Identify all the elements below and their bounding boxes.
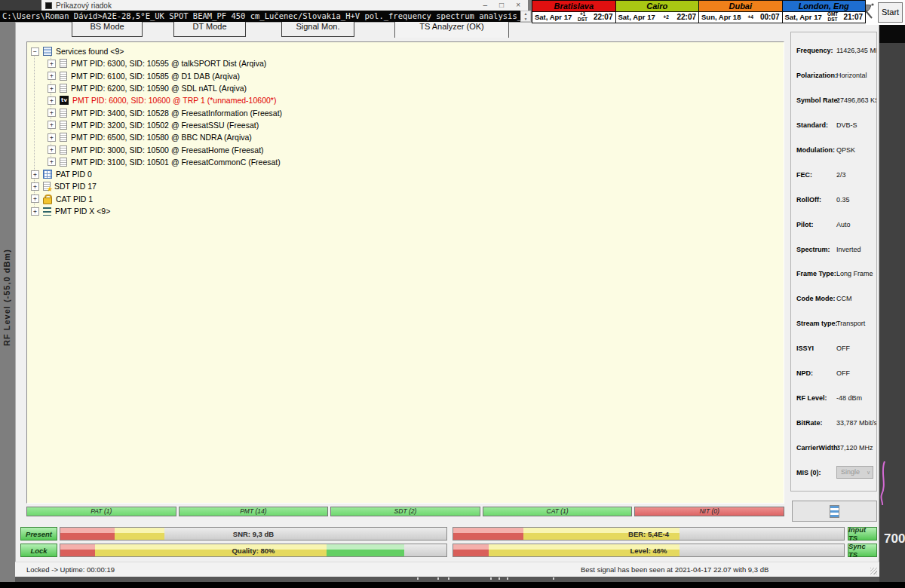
axis-tick-fragment	[437, 577, 439, 580]
param-label: Spectrum:	[796, 246, 836, 253]
param-value: OFF	[836, 369, 850, 377]
param-row: Standard:DVB-S	[796, 113, 876, 138]
tree-service-item[interactable]: +PMT PID: 3400, SID: 10528 @ FreesatInfo…	[27, 106, 784, 118]
param-value: 2/3	[836, 171, 846, 179]
param-value: QPSK	[836, 146, 855, 154]
tree-table-item[interactable]: +PAT PID 0	[27, 168, 784, 180]
expand-box-icon[interactable]: +	[31, 170, 39, 179]
param-row: ISSYIOFF	[796, 336, 876, 361]
tree-service-item[interactable]: +PMT PID: 6500, SID: 10580 @ BBC NDRA (A…	[27, 131, 784, 143]
collapse-box-icon[interactable]: −	[31, 47, 39, 56]
tree-service-item[interactable]: +PMT PID: 3100, SID: 10501 @ FreesatComm…	[27, 156, 784, 168]
mis-select[interactable]: Single∨	[836, 466, 873, 479]
param-label: FEC:	[796, 171, 836, 179]
param-value: Auto	[836, 221, 851, 228]
scroll-up-icon[interactable]: ▲	[524, 11, 528, 16]
expand-box-icon[interactable]: +	[48, 96, 56, 105]
input-ts-indicator[interactable]: Input TS	[848, 527, 877, 541]
pmt-icon	[60, 109, 67, 118]
expand-box-icon[interactable]: +	[48, 158, 56, 166]
tree-table-item[interactable]: +CAT PID 1	[27, 193, 784, 205]
clock-city: Dubai	[699, 1, 782, 12]
clock-time: 22:07	[594, 13, 613, 21]
expand-box-icon[interactable]: +	[31, 182, 39, 191]
tree-table-item[interactable]: +★SDT PID 17	[27, 180, 784, 192]
background-bottom-strip	[15, 577, 879, 582]
sync-ts-indicator[interactable]: Sync TS	[848, 544, 877, 557]
command-prompt-icon	[45, 2, 52, 9]
present-indicator[interactable]: Present	[20, 527, 57, 541]
expand-box-icon[interactable]: +	[48, 72, 56, 80]
param-row: BitRate:33,787 Mbit/s	[796, 410, 876, 435]
expand-box-icon[interactable]: +	[48, 60, 56, 68]
param-row: Pilot:Auto	[796, 212, 876, 237]
param-label: ISSYI	[796, 345, 836, 352]
param-value: CCM	[836, 295, 852, 302]
axis-tick-fragment	[507, 577, 508, 580]
tree-table-item[interactable]: +PMT PID X <9>	[27, 205, 784, 217]
tree-service-item[interactable]: +tvPMT PID: 6000, SID: 10600 @ TRP 1 (*u…	[27, 94, 784, 106]
expand-box-icon[interactable]: +	[48, 121, 56, 129]
meter-label: Quality: 80%	[60, 544, 446, 556]
clock-strip: Bratislava Sat, Apr 17 +1 DST 22:07 Cair…	[532, 0, 866, 23]
close-button[interactable]: ×	[516, 0, 520, 11]
param-row: Polarization:Horizontal	[796, 63, 876, 88]
param-label: Pilot:	[796, 221, 836, 228]
param-value: -48 dBm	[836, 394, 862, 402]
table-status-nit: NIT (0)	[634, 507, 784, 516]
param-value: 11426,345 MHz	[836, 47, 877, 54]
param-row: RF Level:-48 dBm	[796, 385, 876, 410]
param-row: Spectrum:Inverted	[796, 237, 876, 262]
console-titlebar: Príkazový riadok – □ ×	[41, 0, 528, 11]
meter-label: BER: 5,4E-4	[453, 528, 844, 540]
spectrum-trace-fragment	[879, 461, 888, 505]
expand-box-icon[interactable]: +	[31, 194, 39, 203]
queue-button[interactable]	[792, 501, 877, 522]
tree-service-item[interactable]: +PMT PID: 6100, SID: 10585 @ D1 DAB (Arq…	[27, 70, 784, 82]
clock-zone: DST	[578, 17, 587, 23]
param-value: Horizontal	[836, 72, 867, 79]
clock-city: Bratislava	[532, 1, 615, 12]
expand-box-icon[interactable]: +	[48, 84, 56, 93]
minimize-button[interactable]: –	[483, 0, 488, 11]
tree-service-item[interactable]: +PMT PID: 6300, SID: 10595 @ talkSPORT D…	[27, 57, 784, 69]
axis-tick-fragment	[417, 577, 419, 580]
expand-box-icon[interactable]: +	[48, 145, 56, 154]
tree-item-label: PMT PID: 3000, SID: 10500 @ FreesatHome …	[71, 145, 264, 155]
console-window-title: Príkazový riadok	[56, 2, 483, 10]
pmt-icon	[60, 72, 67, 81]
start-button[interactable]: Start	[878, 2, 903, 23]
spectrum-y-axis-label: RF Level (-55,0 dBm)	[0, 204, 14, 392]
console-scrollbar[interactable]: ▲ ▼	[520, 11, 531, 22]
param-value: Inverted	[836, 246, 861, 253]
param-label: Standard:	[796, 121, 836, 129]
clock-time: 21:07	[843, 13, 863, 21]
resize-grip-icon[interactable]	[870, 568, 877, 574]
param-value: DVB-S	[836, 121, 857, 129]
param-value: Transport	[836, 320, 865, 327]
maximize-button[interactable]: □	[499, 0, 504, 11]
pmt-icon	[60, 158, 67, 167]
param-value: 37,120 MHz	[836, 444, 873, 452]
tree-service-item[interactable]: +PMT PID: 6200, SID: 10590 @ SDL nATL (A…	[27, 82, 784, 94]
clock-date: Sat, Apr 17	[785, 13, 822, 21]
scroll-down-icon[interactable]: ▼	[524, 17, 528, 21]
expand-box-icon[interactable]: +	[48, 109, 56, 117]
tree-service-item[interactable]: +PMT PID: 3000, SID: 10500 @ FreesatHome…	[27, 143, 784, 155]
param-label: MIS (0):	[796, 469, 836, 476]
expand-box-icon[interactable]: +	[31, 207, 39, 216]
param-row: Frame Type:Long Frame	[796, 262, 876, 286]
clock-offset: +2	[663, 15, 668, 20]
status-lock-uptime: Locked -> Uptime: 00:00:19	[26, 565, 115, 574]
clock-offset: +4	[747, 15, 753, 20]
lock-indicator[interactable]: Lock	[20, 544, 57, 557]
clock-tile: Dubai Sun, Apr 18 +4 00:07	[699, 1, 783, 23]
tree-root-services[interactable]: −Services found <9>	[27, 45, 784, 57]
tree-service-item[interactable]: +PMT PID: 3200, SID: 10502 @ FreesatSSU …	[27, 119, 784, 131]
axis-tick-fragment	[553, 577, 554, 580]
expand-box-icon[interactable]: +	[48, 133, 56, 142]
cat-icon	[43, 194, 52, 204]
tree-item-label: SDT PID 17	[54, 182, 97, 191]
param-label: NPD:	[796, 369, 836, 377]
pmt-icon	[60, 84, 67, 93]
